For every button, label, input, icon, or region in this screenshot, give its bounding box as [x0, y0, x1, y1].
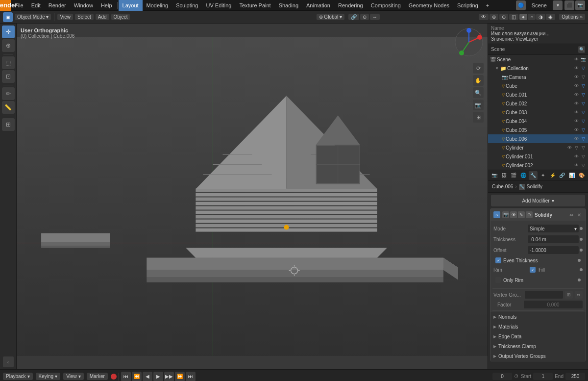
mod-close-btn[interactable]: ✕ — [576, 211, 583, 218]
camera-eye-btn[interactable]: 👁 — [573, 74, 579, 80]
menu-layout[interactable]: Layout — [119, 0, 143, 11]
cube002-filter-btn[interactable]: ▽ — [580, 101, 586, 106]
prop-tab-render[interactable]: 📷 — [490, 171, 499, 180]
snap-btn[interactable]: 🔗 — [348, 14, 359, 20]
view-layer-btn[interactable]: ▾ — [553, 0, 563, 10]
offset-value[interactable]: -1.0000 — [528, 246, 579, 254]
marker-btn[interactable]: Marker — [87, 373, 108, 380]
scene-cam-btn[interactable]: 📷 — [580, 56, 586, 62]
nav-gizmo[interactable]: X Y Z — [454, 27, 484, 57]
menu-edit[interactable]: Edit — [27, 0, 45, 11]
cube001-filter-btn[interactable]: ▽ — [580, 92, 586, 98]
view-menu[interactable]: View — [57, 14, 73, 20]
solid-mode[interactable]: ● — [519, 14, 527, 20]
materials-section[interactable]: ▶ Materials — [490, 322, 586, 331]
transform-tool[interactable]: ⊡ — [2, 70, 15, 83]
grid-tool[interactable]: ⊞ — [473, 112, 484, 123]
menu-texture-paint[interactable]: Texture Paint — [235, 0, 274, 11]
menu-shading[interactable]: Shading — [275, 0, 302, 11]
sidebar-hide-btn[interactable]: ‹ — [3, 356, 14, 367]
add-modifier-button[interactable]: Add Modifier ▾ — [491, 195, 585, 206]
prop-tab-data[interactable]: 📊 — [567, 171, 576, 180]
outliner-cube004[interactable]: ▽ Cube.004 👁 ▽ — [488, 117, 588, 126]
cube004-filter-btn[interactable]: ▽ — [580, 118, 586, 124]
mode-value[interactable]: Simple ▾ — [528, 225, 579, 232]
annotate-tool[interactable]: ✏ — [2, 87, 15, 100]
factor-value[interactable]: 0.000 — [524, 301, 583, 308]
next-frame-btn[interactable]: ⏩ — [175, 372, 185, 381]
cube-eye-btn[interactable]: 👁 — [573, 83, 579, 89]
cube003-filter-btn[interactable]: ▽ — [580, 109, 586, 115]
wireframe-mode[interactable]: ○ — [528, 14, 536, 20]
proportional-btn[interactable]: ⊙ — [360, 14, 369, 20]
play-btn[interactable]: ▶ — [153, 372, 163, 381]
viewport-3d[interactable]: User Orthographic (0) Collection | Cube.… — [17, 24, 488, 369]
cylinder-eye-btn[interactable]: 👁 — [566, 145, 572, 151]
menu-file[interactable]: File — [11, 0, 27, 11]
outliner-cube002[interactable]: ▽ Cube.002 👁 ▽ — [488, 99, 588, 108]
end-frame[interactable]: 250 — [565, 373, 585, 380]
select-box-tool[interactable]: ⬚ — [2, 56, 15, 69]
playback-btn[interactable]: Playback ▾ — [3, 373, 33, 380]
prop-tab-world[interactable]: 🌐 — [519, 171, 528, 180]
jump-end-btn[interactable]: ⏭ — [186, 372, 196, 381]
outliner-cube003[interactable]: ▽ Cube.003 👁 ▽ — [488, 108, 588, 117]
only-rim-checkbox[interactable] — [495, 277, 501, 283]
menu-uv-editing[interactable]: UV Editing — [202, 0, 235, 11]
mod-show-edit-btn[interactable]: ✎ — [518, 211, 525, 218]
outliner-camera[interactable]: 📷 Camera 👁 ▽ — [488, 73, 588, 81]
camera-filter-btn[interactable]: ▽ — [580, 74, 586, 80]
cursor-tool[interactable]: ✛ — [2, 25, 15, 38]
menu-help[interactable]: Help — [97, 0, 116, 11]
cylinder-extra-btn[interactable]: ▽ — [580, 145, 586, 151]
normals-section[interactable]: ▶ Normals — [490, 312, 586, 322]
cube006-filter-btn[interactable]: ▽ — [580, 136, 586, 142]
outliner-cylinder002[interactable]: ▽ Cylinder.002 👁 ▽ — [488, 161, 588, 170]
even-thickness-checkbox[interactable]: ✓ — [495, 257, 501, 263]
add-menu[interactable]: Add — [96, 14, 109, 20]
material-mode[interactable]: ◑ — [536, 14, 545, 20]
mod-show-render-btn[interactable]: 📷 — [502, 211, 509, 218]
orbit-tool[interactable]: ⟳ — [473, 63, 484, 74]
prop-tab-scene[interactable]: 🎬 — [510, 171, 518, 180]
prop-tab-particles[interactable]: ✦ — [539, 171, 547, 180]
cylinder002-filter-btn[interactable]: ▽ — [580, 162, 586, 168]
screen-btn[interactable]: ⬛ — [564, 0, 574, 10]
cylinder-filter-btn[interactable]: ▽ — [573, 145, 579, 151]
options-btn[interactable]: Options » — [559, 14, 585, 20]
outliner-scene[interactable]: 🎬 Scene 👁 📷 — [488, 55, 588, 64]
render-btn[interactable]: 📷 — [575, 0, 585, 10]
next-keyframe-btn[interactable]: ▶▶ — [164, 372, 174, 381]
prop-tab-physics[interactable]: ⚡ — [548, 171, 557, 180]
prop-tab-modifier[interactable]: 🔧 — [529, 171, 538, 180]
cube002-eye-btn[interactable]: 👁 — [573, 101, 579, 106]
jump-start-btn[interactable]: ⏮ — [121, 372, 131, 381]
vertex-group-icon2[interactable]: ⇔ — [575, 291, 583, 299]
record-btn[interactable] — [111, 374, 117, 380]
menu-modeling[interactable]: Modeling — [143, 0, 172, 11]
prop-tab-material[interactable]: 🎨 — [577, 171, 586, 180]
gizmo-btn[interactable]: ⊕ — [490, 14, 498, 20]
select-menu[interactable]: Select — [75, 14, 94, 20]
prev-keyframe-btn[interactable]: ◀ — [143, 372, 152, 381]
menu-window[interactable]: Window — [70, 0, 97, 11]
menu-sculpting[interactable]: Sculpting — [172, 0, 202, 11]
menu-geometry-nodes[interactable]: Geometry Nodes — [405, 0, 453, 11]
vertex-group-input[interactable] — [525, 291, 563, 299]
pan-tool[interactable]: ✋ — [473, 75, 484, 86]
object-mode-dropdown[interactable]: Object Mode ▾ — [15, 14, 51, 20]
mod-swap-btn[interactable]: ⇔ — [568, 211, 575, 218]
outliner-cube[interactable]: ▽ Cube 👁 ▽ — [488, 81, 588, 90]
cube005-eye-btn[interactable]: 👁 — [573, 127, 579, 133]
collection-filter-btn[interactable]: ▽ — [580, 65, 586, 71]
measure-tool[interactable]: 📏 — [2, 101, 15, 114]
menu-scripting[interactable]: Scripting — [453, 0, 482, 11]
prev-frame-btn[interactable]: ⏪ — [132, 372, 142, 381]
menu-rendering[interactable]: Rendering — [334, 0, 367, 11]
mod-realtime-btn[interactable]: ⊙ — [526, 211, 533, 218]
overlay-btn[interactable]: ⊙ — [499, 14, 508, 20]
xray-btn[interactable]: ◫ — [509, 14, 518, 20]
collection-eye-btn[interactable]: 👁 — [573, 65, 579, 71]
cube004-eye-btn[interactable]: 👁 — [573, 118, 579, 124]
object-menu[interactable]: Object — [111, 14, 130, 20]
